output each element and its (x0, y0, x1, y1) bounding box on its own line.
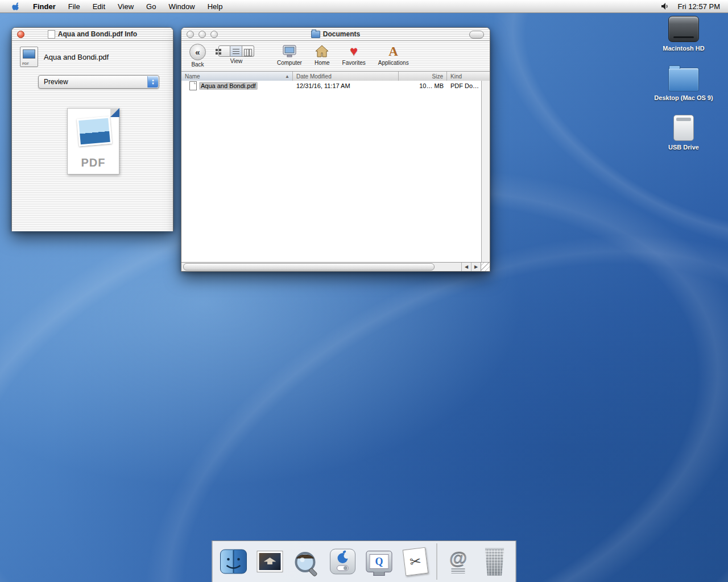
apple-menu[interactable] (6, 0, 27, 13)
at-spring-icon: @ (449, 550, 467, 573)
menu-left: Finder File Edit View Go Window Help (0, 0, 229, 13)
finder-icon (219, 547, 249, 576)
documents-window-title: Documents (181, 30, 490, 38)
favorites-button[interactable]: ♥ Favorites (342, 44, 366, 66)
sherlock-magnifier-icon (292, 547, 321, 576)
dock-item-mail-attachment[interactable]: @ (443, 546, 474, 577)
scroll-right-button[interactable]: ▶ (471, 263, 481, 271)
dock-item-system-preferences[interactable] (328, 546, 358, 577)
icon-view-button[interactable] (218, 45, 230, 57)
applications-button[interactable]: A Applications (378, 44, 409, 66)
desktop-icon-os9-folder[interactable]: Desktop (Mac OS 9) (647, 65, 720, 101)
menu-item-file[interactable]: File (62, 0, 86, 13)
preview-photo (77, 117, 112, 147)
menu-item-help[interactable]: Help (201, 0, 229, 13)
info-window: Aqua and Bondi.pdf Info PDF Aqua and Bon… (11, 27, 173, 231)
horizontal-scrollbar[interactable]: ◀ ▶ (181, 262, 481, 271)
icon-label: Macintosh HD (663, 45, 704, 52)
list-icon (233, 49, 239, 55)
pdf-label: PDF (68, 156, 119, 169)
desktop-icon-usb-drive[interactable]: USB Drive (647, 115, 720, 151)
file-row[interactable]: Aqua and Bondi.pdf 12/31/16, 11:17 AM 10… (181, 81, 481, 91)
file-date-cell: 12/31/16, 11:17 AM (293, 82, 399, 89)
quicktime-icon: Q (366, 551, 392, 572)
pdf-preview-icon: PDF (67, 108, 119, 174)
menu-item-finder[interactable]: Finder (27, 0, 62, 13)
usb-drive-icon (673, 115, 694, 141)
file-list: Aqua and Bondi.pdf 12/31/16, 11:17 AM 10… (181, 81, 481, 262)
dock-item-sherlock[interactable] (291, 546, 322, 577)
columns-icon (244, 49, 252, 56)
dock-item-clipping[interactable]: ✂ (400, 546, 431, 577)
dock-item-quicktime[interactable]: Q (364, 546, 395, 577)
mail-stamp-icon (257, 551, 283, 572)
dock: Q ✂ @ (212, 541, 516, 582)
column-header-size[interactable]: Size (399, 72, 447, 81)
pdf-thumbnail (23, 49, 35, 59)
scroll-arrows: ◀ ▶ (461, 263, 481, 271)
home-icon (315, 44, 329, 58)
scissors-icon: ✂ (409, 553, 422, 570)
computer-icon (282, 44, 297, 58)
file-kind-cell: PDF Do… (447, 82, 481, 89)
desktop-icon-macintosh-hd[interactable]: Macintosh HD (647, 16, 720, 52)
list-view-button[interactable] (230, 45, 242, 57)
window-controls (187, 31, 218, 38)
toolbar-toggle-button[interactable] (469, 31, 484, 39)
vertical-scrollbar[interactable] (481, 81, 490, 262)
popup-selected-value: Preview (39, 78, 68, 86)
horizontal-scroll-thumb[interactable] (183, 263, 435, 271)
trash-icon (483, 548, 507, 576)
volume-icon[interactable] (661, 2, 670, 10)
menu-item-go[interactable]: Go (140, 0, 162, 13)
close-button[interactable] (187, 31, 194, 38)
dock-item-mail[interactable] (255, 546, 286, 577)
page-corner-icon (110, 108, 119, 117)
minimize-button[interactable] (198, 31, 206, 38)
desktop-icons: Macintosh HD Desktop (Mac OS 9) USB Driv… (647, 16, 720, 151)
menu-item-view[interactable]: View (111, 0, 140, 13)
documents-window: Documents « Back View Comput (181, 27, 490, 272)
home-button[interactable]: Home (315, 44, 330, 66)
close-button[interactable] (17, 31, 24, 38)
info-section-popup[interactable]: Preview ▲▼ (38, 75, 159, 89)
column-header-name[interactable]: Name ▲ (181, 72, 293, 81)
applications-a-icon: A (388, 45, 398, 58)
dock-separator (437, 543, 437, 580)
clipping-paper-icon: ✂ (403, 547, 428, 576)
column-header-date-modified[interactable]: Date Modified (293, 72, 399, 81)
folder-icon (311, 31, 320, 38)
file-size-cell: 10… MB (399, 82, 447, 89)
resize-grip[interactable] (481, 262, 490, 271)
pdf-badge: PDF (22, 62, 29, 65)
column-header-kind[interactable]: Kind (447, 72, 490, 81)
document-proxy-icon (48, 30, 55, 39)
apple-logo-icon (12, 2, 20, 11)
menu-bar-clock[interactable]: Fri 12:57 PM (678, 2, 720, 11)
finder-toolbar: « Back View Computer (181, 41, 490, 72)
info-file-name: Aqua and Bondi.pdf (44, 53, 109, 61)
hard-drive-icon (668, 16, 699, 42)
back-button[interactable]: « Back (189, 44, 206, 68)
back-arrow-icon: « (195, 48, 200, 56)
sort-ascending-icon: ▲ (285, 74, 289, 79)
info-titlebar[interactable]: Aqua and Bondi.pdf Info (12, 28, 173, 41)
zoom-button[interactable] (210, 31, 218, 38)
computer-button[interactable]: Computer (277, 44, 302, 66)
info-window-title: Aqua and Bondi.pdf Info (12, 30, 173, 39)
blue-folder-icon (668, 68, 699, 92)
menu-bar: Finder File Edit View Go Window Help Fri… (0, 0, 728, 13)
column-view-button[interactable] (242, 45, 254, 57)
file-name: Aqua and Bondi.pdf (199, 82, 258, 90)
menu-bar-right: Fri 12:57 PM (661, 2, 728, 11)
dock-item-trash[interactable] (479, 546, 510, 577)
menu-item-edit[interactable]: Edit (86, 0, 111, 13)
spring-icon (451, 568, 465, 573)
icon-label: Desktop (Mac OS 9) (654, 94, 713, 101)
documents-titlebar[interactable]: Documents (181, 28, 490, 41)
scroll-left-button[interactable]: ◀ (461, 263, 471, 271)
system-preferences-icon (328, 547, 358, 576)
heart-icon: ♥ (350, 44, 358, 58)
dock-item-finder[interactable] (218, 546, 249, 577)
menu-item-window[interactable]: Window (162, 0, 201, 13)
